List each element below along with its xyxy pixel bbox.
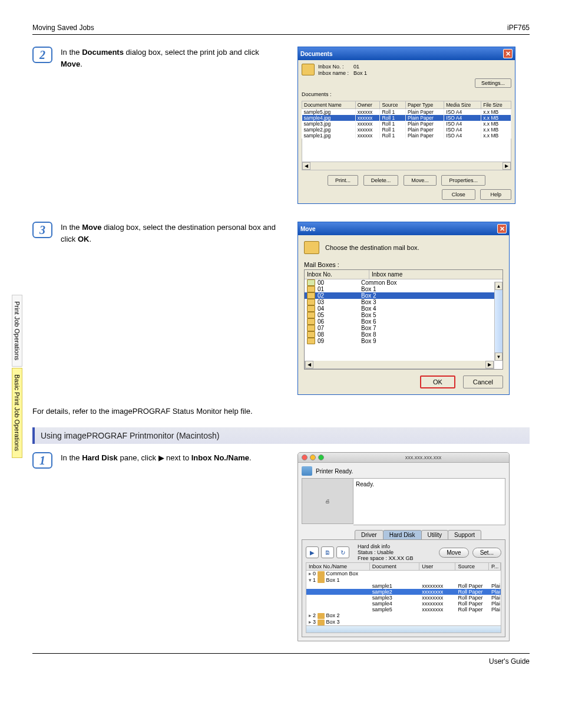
header-left: Moving Saved Jobs [32, 24, 94, 32]
mac-close-icon[interactable] [302, 454, 308, 460]
step-3-number: 3 [32, 222, 52, 238]
list-item[interactable]: 02Box 2 [305, 292, 503, 299]
step-2-text: In the Documents dialog box, select the … [61, 47, 285, 70]
folder-icon [307, 299, 315, 305]
tab-hard-disk[interactable]: Hard Disk [383, 530, 422, 540]
mac-address: xxx.xxx.xxx.xxx [405, 454, 442, 460]
list-item[interactable]: 01Box 1 [305, 286, 503, 292]
printer-status-text: Ready. [353, 478, 505, 525]
list-item[interactable]: 05Box 5 [305, 312, 503, 318]
folder-icon [302, 64, 315, 75]
list-item[interactable]: sample2xxxxxxxxRoll PaperPlai [306, 589, 501, 595]
cancel-button[interactable]: Cancel [463, 375, 503, 388]
mac-set-button[interactable]: Set... [472, 548, 501, 558]
list-item[interactable]: 04Box 4 [305, 305, 503, 312]
tree-row[interactable]: ▸2 Box 2 [306, 612, 501, 619]
list-item[interactable]: 00Common Box [305, 279, 503, 286]
inbox-no-value: 01 [353, 64, 377, 70]
mac-minimize-icon[interactable] [310, 454, 316, 460]
list-item[interactable]: 03Box 3 [305, 299, 503, 305]
table-row[interactable]: sample5.jpgxxxxxxRoll 1Plain PaperISO A4… [302, 109, 511, 116]
mail-boxes-label: Mail Boxes : [304, 261, 503, 268]
mac-inbox-list[interactable]: ▸0 Common Box ▾1 Box 1 sample1xxxxxxxxRo… [306, 571, 501, 633]
refresh-icon[interactable]: ↻ [336, 546, 349, 558]
documents-label: Documents : [302, 91, 511, 97]
folder-arrow-icon [304, 241, 319, 254]
triangle-icon: ▶ [158, 453, 164, 462]
properties-button[interactable]: Properties... [441, 175, 485, 186]
side-tab-print-job-ops[interactable]: Print Job Operations [12, 295, 22, 367]
inbox-no-label: Inbox No. : [318, 64, 353, 70]
h-scrollbar[interactable]: ◀▶ [305, 361, 494, 369]
tree-row[interactable]: ▸0 Common Box [306, 571, 501, 577]
documents-dialog: Documents ✕ Inbox No. : 01 Inbox name : … [297, 47, 515, 204]
table-row[interactable]: sample1.jpgxxxxxxRoll 1Plain PaperISO A4… [302, 133, 511, 139]
inbox-name-value: Box 1 [353, 70, 377, 76]
mac-printmonitor-window: xxx.xxx.xxx.xxx Printer Ready. 🖨 Ready. … [297, 452, 510, 641]
hard-disk-info: Hard disk info Status : Usable Free spac… [358, 543, 414, 561]
list-item[interactable]: sample5xxxxxxxxRoll PaperPlai [306, 607, 501, 612]
delete-button[interactable]: Delete... [363, 175, 399, 186]
step-3-text: In the Move dialog box, select the desti… [61, 222, 285, 245]
mac-zoom-icon[interactable] [318, 454, 324, 460]
move-dialog: Move ✕ Choose the destination mail box. … [297, 222, 510, 395]
mail-box-list[interactable]: Inbox No. Inbox name 00Common Box01Box 1… [304, 269, 503, 370]
detail-note: For details, refer to the imagePROGRAF S… [32, 407, 530, 416]
list-item[interactable]: sample3xxxxxxxxRoll PaperPlai [306, 595, 501, 601]
side-tabs: Print Job Operations Basic Print Job Ope… [12, 295, 25, 459]
tab-support[interactable]: Support [448, 530, 481, 540]
inbox-name-label: Inbox name : [318, 70, 353, 76]
settings-button[interactable]: Settings... [475, 78, 511, 88]
folder-icon [307, 305, 315, 312]
list-item[interactable]: 06Box 6 [305, 318, 503, 325]
tree-row[interactable]: ▾1 Box 1 [306, 577, 501, 584]
folder-icon [318, 620, 325, 625]
documents-title: Documents [300, 51, 332, 57]
list-item[interactable]: 09Box 9 [305, 338, 503, 344]
tab-utility[interactable]: Utility [421, 530, 448, 540]
list-item[interactable]: 07Box 7 [305, 325, 503, 331]
folder-icon [307, 331, 315, 338]
folder-icon [318, 613, 325, 619]
list-item[interactable]: sample4xxxxxxxxRoll PaperPlai [306, 601, 501, 607]
folder-icon [307, 318, 315, 325]
printer-image: 🖨 [302, 478, 353, 524]
list-item[interactable]: 08Box 8 [305, 331, 503, 338]
h-scrollbar[interactable] [306, 625, 501, 633]
section-heading: Using imagePROGRAF Printmonitor (Macinto… [32, 427, 530, 444]
expand-icon[interactable]: ▶ [306, 546, 319, 558]
printer-icon [302, 466, 312, 476]
tree-row[interactable]: ▸3 Box 3 [306, 619, 501, 625]
print-button[interactable]: Print... [328, 175, 358, 186]
list-item[interactable]: sample1xxxxxxxxRoll PaperPlai [306, 583, 501, 589]
move-button[interactable]: Move... [404, 175, 437, 186]
step-1-text: In the Hard Disk pane, click ▶ next to I… [61, 452, 285, 464]
step-2-number: 2 [32, 47, 52, 63]
folder-icon [307, 338, 315, 344]
step-1-number: 1 [32, 452, 52, 469]
folder-icon [307, 279, 315, 286]
folder-icon [307, 325, 315, 331]
v-scrollbar[interactable]: ▲▼ [494, 282, 503, 361]
choose-label: Choose the destination mail box. [325, 244, 419, 251]
mac-move-button[interactable]: Move [439, 548, 468, 558]
close-button[interactable]: Close [442, 189, 475, 200]
folder-icon [318, 577, 325, 583]
help-button[interactable]: Help [480, 189, 511, 200]
table-row[interactable]: sample2.jpgxxxxxxRoll 1Plain PaperISO A4… [302, 127, 511, 133]
side-tab-basic-ops[interactable]: Basic Print Job Operations [12, 368, 22, 457]
folder-icon [307, 312, 315, 318]
tab-driver[interactable]: Driver [355, 530, 384, 540]
h-scrollbar[interactable]: ◀▶ [302, 162, 511, 170]
footer-text: User's Guide [489, 657, 530, 666]
folder-icon [318, 571, 325, 577]
preview-icon[interactable]: 🗎 [321, 546, 334, 558]
header-right: iPF765 [507, 24, 530, 32]
move-title: Move [300, 226, 316, 232]
documents-table: Document Name Owner Source Paper Type Me… [302, 101, 511, 139]
close-icon[interactable]: ✕ [503, 49, 513, 58]
close-icon[interactable]: ✕ [497, 224, 507, 233]
table-row[interactable]: sample3.jpgxxxxxxRoll 1Plain PaperISO A4… [302, 121, 511, 127]
ok-button[interactable]: OK [420, 375, 455, 388]
table-row[interactable]: sample4.jpgxxxxxxRoll 1Plain PaperISO A4… [302, 115, 511, 121]
